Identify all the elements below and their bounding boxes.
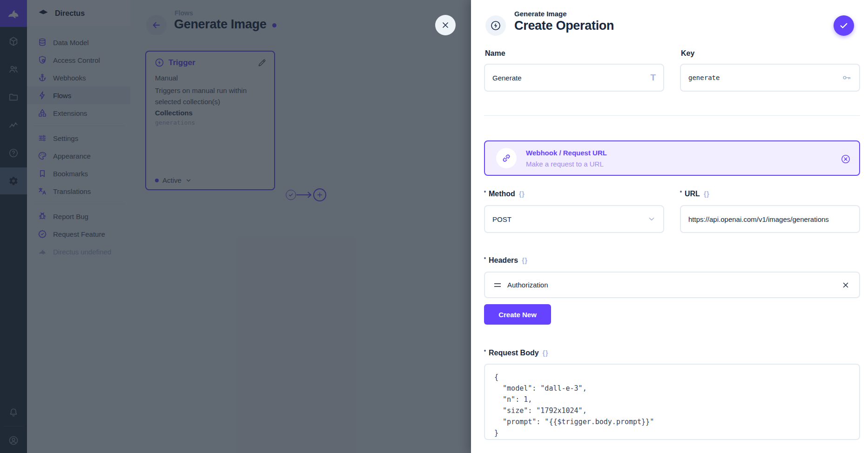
banner-title: Webhook / Request URL	[526, 149, 607, 157]
request-body-label: Request Body {}	[484, 349, 548, 357]
code-line: "size": "1792x1024",	[494, 405, 850, 416]
label-text: Key	[681, 49, 694, 58]
request-body-editor[interactable]: { "model": "dall-e-3", "n": 1, "size": "…	[484, 364, 860, 440]
drawer-overlay[interactable]	[0, 0, 471, 453]
code-line: "n": 1,	[494, 394, 850, 405]
remove-header-button[interactable]	[841, 281, 850, 289]
url-input[interactable]	[688, 215, 852, 223]
create-new-header-button[interactable]: Create New	[484, 304, 551, 325]
link-icon	[496, 148, 517, 168]
key-icon	[841, 73, 852, 83]
label-text: Headers	[489, 256, 518, 265]
label-text: Request Body	[489, 349, 539, 357]
deselect-type-icon[interactable]	[841, 154, 851, 164]
code-line: {	[494, 372, 850, 383]
name-input[interactable]	[492, 74, 646, 82]
raw-value-toggle-icon[interactable]: {}	[543, 349, 549, 357]
operation-type-banner[interactable]: Webhook / Request URL Make a request to …	[484, 140, 860, 176]
method-select[interactable]	[484, 205, 664, 233]
close-icon	[441, 20, 450, 30]
required-dot	[484, 257, 486, 259]
key-field	[680, 64, 860, 92]
create-operation-drawer: Generate Image Create Operation Name T K…	[471, 0, 868, 453]
code-line: }	[494, 427, 850, 439]
name-field-label: Name	[485, 49, 505, 58]
required-dot	[484, 350, 486, 352]
code-line: "model": "dall-e-3",	[494, 383, 850, 394]
header-key-value[interactable]: Authorization	[507, 281, 835, 289]
code-line: "prompt": "{{$trigger.body.prompt}}"	[494, 416, 850, 427]
section-divider	[484, 115, 860, 116]
title-formatter-icon[interactable]: T	[650, 73, 656, 83]
key-input[interactable]	[688, 74, 837, 81]
label-text: Method	[489, 190, 515, 198]
required-dot	[484, 191, 486, 193]
drawer-form: Name T Key Webhook / Request URL Make a …	[484, 0, 860, 453]
close-drawer-button[interactable]	[435, 15, 456, 35]
drag-handle-icon[interactable]	[494, 283, 501, 287]
raw-value-toggle-icon[interactable]: {}	[519, 190, 525, 198]
headers-field-label: Headers {}	[484, 256, 528, 265]
banner-subtitle: Make a request to a URL	[526, 160, 604, 168]
url-field	[680, 205, 860, 233]
header-row: Authorization	[484, 272, 860, 298]
chevron-down-icon	[647, 215, 656, 223]
label-text: Name	[485, 49, 505, 58]
directus-app: Directus Data Model Access Control Webho…	[0, 0, 868, 453]
name-field: T	[484, 64, 664, 92]
required-dot	[680, 191, 682, 193]
url-field-label: URL {}	[680, 190, 710, 198]
method-value	[492, 215, 643, 223]
key-field-label: Key	[681, 49, 694, 58]
raw-value-toggle-icon[interactable]: {}	[522, 257, 528, 264]
raw-value-toggle-icon[interactable]: {}	[704, 190, 710, 198]
label-text: URL	[685, 190, 700, 198]
method-field-label: Method {}	[484, 190, 525, 198]
